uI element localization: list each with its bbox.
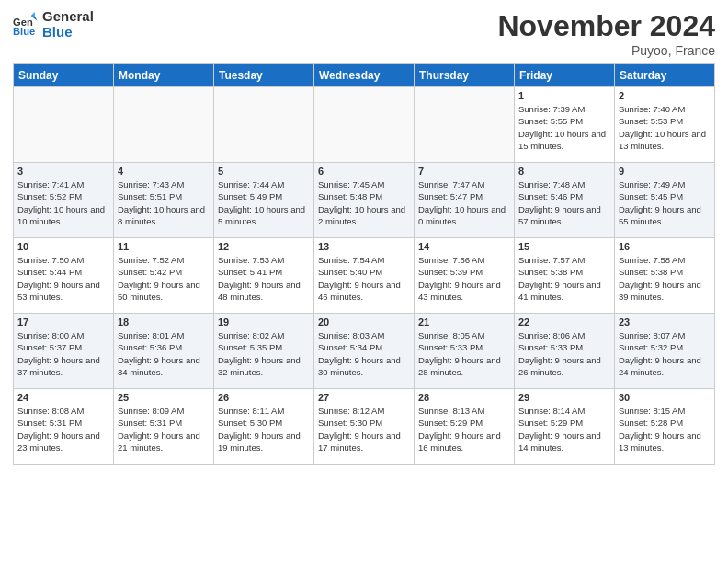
day-info: Sunrise: 8:02 AMSunset: 5:35 PMDaylight:… (218, 329, 310, 378)
daylight-hours: Daylight: 9 hours and 28 minutes. (418, 354, 510, 379)
sunrise-time: Sunrise: 7:57 AM (518, 254, 610, 266)
day-number: 27 (318, 392, 410, 403)
daylight-hours: Daylight: 9 hours and 13 minutes. (619, 430, 711, 454)
daylight-hours: Daylight: 10 hours and 5 minutes. (218, 203, 310, 228)
sunrise-time: Sunrise: 7:41 AM (17, 178, 109, 190)
day-cell: 9Sunrise: 7:49 AMSunset: 5:45 PMDaylight… (615, 163, 715, 238)
day-cell: 6Sunrise: 7:45 AMSunset: 5:48 PMDaylight… (314, 163, 415, 238)
day-cell (214, 87, 314, 163)
day-cell: 8Sunrise: 7:48 AMSunset: 5:46 PMDaylight… (515, 163, 615, 238)
day-info: Sunrise: 7:53 AMSunset: 5:41 PMDaylight:… (218, 254, 310, 303)
day-number: 26 (218, 392, 310, 403)
sunset-time: Sunset: 5:36 PM (118, 341, 210, 353)
day-header-saturday: Saturday (615, 64, 715, 87)
day-cell (114, 87, 214, 163)
sunrise-time: Sunrise: 7:49 AM (619, 178, 711, 190)
sunrise-time: Sunrise: 8:15 AM (619, 405, 711, 417)
day-number: 18 (118, 316, 210, 327)
sunrise-time: Sunrise: 7:56 AM (418, 254, 510, 266)
day-cell: 28Sunrise: 8:13 AMSunset: 5:29 PMDayligh… (415, 389, 515, 465)
day-info: Sunrise: 8:13 AMSunset: 5:29 PMDaylight:… (418, 405, 510, 454)
day-number: 7 (418, 166, 510, 177)
sunset-time: Sunset: 5:33 PM (518, 341, 610, 353)
day-cell: 13Sunrise: 7:54 AMSunset: 5:40 PMDayligh… (314, 238, 415, 314)
header: Gen Blue General Blue November 2024 Puyo… (13, 9, 715, 58)
day-number: 25 (118, 392, 210, 403)
day-header-wednesday: Wednesday (314, 64, 415, 87)
day-number: 14 (418, 241, 510, 252)
sunrise-time: Sunrise: 7:52 AM (118, 254, 210, 266)
sunset-time: Sunset: 5:55 PM (518, 115, 610, 127)
sunrise-time: Sunrise: 8:14 AM (518, 405, 610, 417)
daylight-hours: Daylight: 9 hours and 57 minutes. (518, 203, 610, 228)
sunset-time: Sunset: 5:52 PM (17, 190, 109, 202)
day-cell: 12Sunrise: 7:53 AMSunset: 5:41 PMDayligh… (214, 238, 314, 314)
sunrise-time: Sunrise: 7:50 AM (17, 254, 109, 266)
day-info: Sunrise: 7:58 AMSunset: 5:38 PMDaylight:… (619, 254, 711, 303)
daylight-hours: Daylight: 9 hours and 50 minutes. (118, 279, 210, 304)
sunset-time: Sunset: 5:45 PM (619, 190, 711, 202)
day-info: Sunrise: 8:09 AMSunset: 5:31 PMDaylight:… (118, 405, 210, 454)
sunrise-time: Sunrise: 7:58 AM (619, 254, 711, 266)
sunrise-time: Sunrise: 7:53 AM (218, 254, 310, 266)
title-block: November 2024 Puyoo, France (497, 9, 715, 58)
daylight-hours: Daylight: 10 hours and 2 minutes. (318, 203, 410, 228)
day-header-sunday: Sunday (14, 64, 114, 87)
daylight-hours: Daylight: 9 hours and 23 minutes. (17, 430, 109, 454)
sunset-time: Sunset: 5:44 PM (17, 266, 109, 278)
month-title: November 2024 (497, 9, 715, 43)
daylight-hours: Daylight: 9 hours and 39 minutes. (619, 279, 711, 304)
day-header-thursday: Thursday (415, 64, 515, 87)
day-number: 15 (518, 241, 610, 252)
location: Puyoo, France (497, 43, 715, 58)
day-info: Sunrise: 7:52 AMSunset: 5:42 PMDaylight:… (118, 254, 210, 303)
day-number: 21 (418, 316, 510, 327)
sunrise-time: Sunrise: 8:01 AM (118, 329, 210, 341)
sunrise-time: Sunrise: 8:09 AM (118, 405, 210, 417)
day-cell: 29Sunrise: 8:14 AMSunset: 5:29 PMDayligh… (515, 389, 615, 465)
week-row-5: 24Sunrise: 8:08 AMSunset: 5:31 PMDayligh… (14, 389, 715, 465)
day-cell: 22Sunrise: 8:06 AMSunset: 5:33 PMDayligh… (515, 314, 615, 389)
sunrise-time: Sunrise: 8:03 AM (318, 329, 410, 341)
logo: Gen Blue General Blue (13, 9, 94, 40)
page-container: Gen Blue General Blue November 2024 Puyo… (0, 0, 728, 474)
sunrise-time: Sunrise: 8:02 AM (218, 329, 310, 341)
header-row: SundayMondayTuesdayWednesdayThursdayFrid… (14, 64, 715, 87)
day-cell: 27Sunrise: 8:12 AMSunset: 5:30 PMDayligh… (314, 389, 415, 465)
sunrise-time: Sunrise: 8:07 AM (619, 329, 711, 341)
daylight-hours: Daylight: 9 hours and 26 minutes. (518, 354, 610, 379)
day-cell: 30Sunrise: 8:15 AMSunset: 5:28 PMDayligh… (615, 389, 715, 465)
day-cell: 25Sunrise: 8:09 AMSunset: 5:31 PMDayligh… (114, 389, 214, 465)
day-number: 1 (518, 90, 610, 101)
day-header-monday: Monday (114, 64, 214, 87)
day-cell: 7Sunrise: 7:47 AMSunset: 5:47 PMDaylight… (415, 163, 515, 238)
sunrise-time: Sunrise: 8:11 AM (218, 405, 310, 417)
daylight-hours: Daylight: 9 hours and 24 minutes. (619, 354, 711, 379)
day-number: 8 (518, 166, 610, 177)
daylight-hours: Daylight: 9 hours and 21 minutes. (118, 430, 210, 454)
day-number: 12 (218, 241, 310, 252)
daylight-hours: Daylight: 9 hours and 16 minutes. (418, 430, 510, 454)
sunrise-time: Sunrise: 7:40 AM (619, 103, 711, 115)
day-info: Sunrise: 8:00 AMSunset: 5:37 PMDaylight:… (17, 329, 109, 378)
day-info: Sunrise: 7:54 AMSunset: 5:40 PMDaylight:… (318, 254, 410, 303)
sunset-time: Sunset: 5:41 PM (218, 266, 310, 278)
day-number: 4 (118, 166, 210, 177)
sunset-time: Sunset: 5:51 PM (118, 190, 210, 202)
day-cell: 17Sunrise: 8:00 AMSunset: 5:37 PMDayligh… (14, 314, 114, 389)
sunset-time: Sunset: 5:29 PM (418, 417, 510, 429)
day-info: Sunrise: 8:05 AMSunset: 5:33 PMDaylight:… (418, 329, 510, 378)
day-info: Sunrise: 8:14 AMSunset: 5:29 PMDaylight:… (518, 405, 610, 454)
daylight-hours: Daylight: 10 hours and 13 minutes. (619, 128, 711, 153)
sunrise-time: Sunrise: 8:05 AM (418, 329, 510, 341)
day-info: Sunrise: 7:43 AMSunset: 5:51 PMDaylight:… (118, 178, 210, 227)
sunrise-time: Sunrise: 8:12 AM (318, 405, 410, 417)
daylight-hours: Daylight: 9 hours and 48 minutes. (218, 279, 310, 304)
day-number: 29 (518, 392, 610, 403)
sunset-time: Sunset: 5:35 PM (218, 341, 310, 353)
day-cell: 1Sunrise: 7:39 AMSunset: 5:55 PMDaylight… (515, 87, 615, 163)
sunset-time: Sunset: 5:49 PM (218, 190, 310, 202)
day-cell: 4Sunrise: 7:43 AMSunset: 5:51 PMDaylight… (114, 163, 214, 238)
sunset-time: Sunset: 5:48 PM (318, 190, 410, 202)
day-number: 22 (518, 316, 610, 327)
